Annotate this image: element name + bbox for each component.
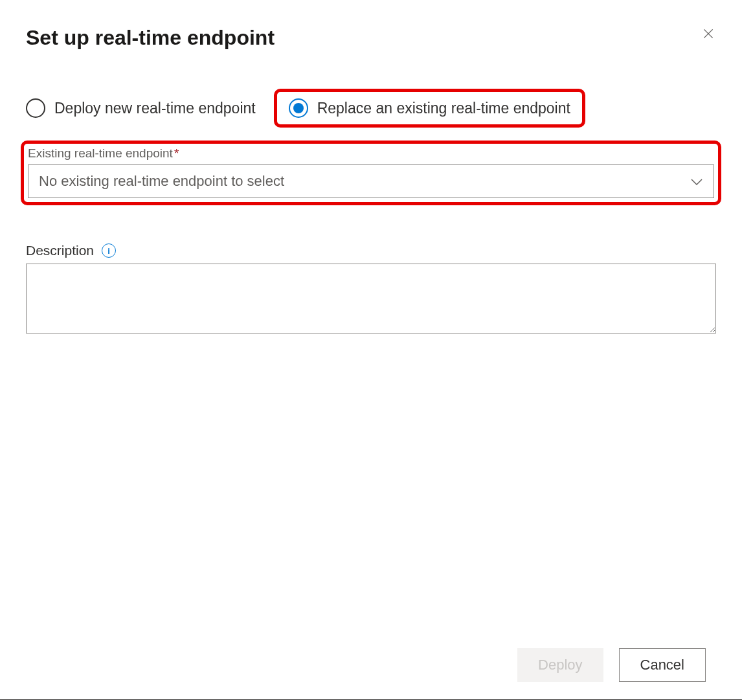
chevron-down-icon — [690, 173, 703, 190]
existing-endpoint-label: Existing real-time endpoint* — [28, 146, 714, 161]
radio-circle-icon — [26, 98, 45, 118]
deploy-button[interactable]: Deploy — [517, 648, 603, 682]
description-label: Description — [26, 243, 94, 258]
radio-replace-existing[interactable]: Replace an existing real-time endpoint — [289, 98, 570, 118]
radio-label: Deploy new real-time endpoint — [54, 100, 256, 117]
close-icon — [702, 27, 715, 40]
radio-deploy-new[interactable]: Deploy new real-time endpoint — [26, 98, 256, 118]
deployment-mode-radio-group: Deploy new real-time endpoint Replace an… — [26, 89, 716, 128]
highlight-existing-endpoint-field: Existing real-time endpoint* No existing… — [21, 141, 721, 205]
highlight-replace-option: Replace an existing real-time endpoint — [274, 89, 585, 128]
radio-label: Replace an existing real-time endpoint — [317, 100, 570, 117]
description-section: Description i — [26, 243, 716, 336]
close-button[interactable] — [701, 26, 716, 41]
cancel-button[interactable]: Cancel — [619, 648, 706, 682]
description-textarea[interactable] — [26, 264, 716, 333]
dialog-footer: Deploy Cancel — [517, 648, 706, 682]
radio-dot-icon — [293, 103, 304, 113]
radio-circle-selected-icon — [289, 98, 308, 118]
existing-endpoint-dropdown[interactable]: No existing real-time endpoint to select — [28, 164, 714, 198]
required-asterisk: * — [174, 146, 179, 160]
dialog-title: Set up real-time endpoint — [26, 26, 275, 50]
dropdown-selected-value: No existing real-time endpoint to select — [39, 173, 284, 190]
info-icon[interactable]: i — [102, 243, 116, 258]
